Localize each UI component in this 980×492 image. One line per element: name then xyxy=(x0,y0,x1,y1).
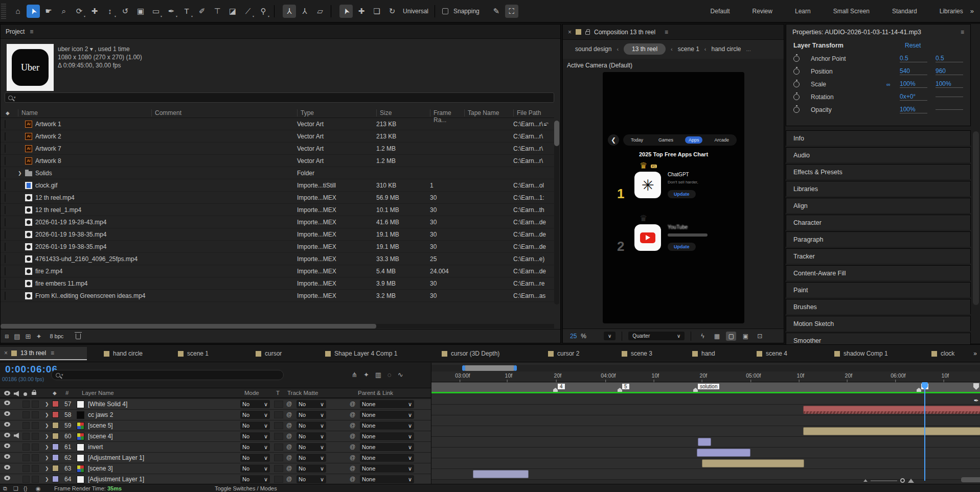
breadcrumb-current[interactable]: 13 th reel xyxy=(624,43,666,55)
workspace-tab[interactable]: Libraries xyxy=(940,8,963,15)
timeline-search-input[interactable]: ▾ xyxy=(51,370,284,380)
lock-cell[interactable] xyxy=(32,401,39,408)
parent-link-dropdown[interactable]: None∨ xyxy=(360,400,414,408)
timeline-tab[interactable]: × shadow Comp 1 ≡ xyxy=(830,347,892,360)
stopwatch-icon[interactable] xyxy=(793,81,800,87)
parent-pickwhip-icon[interactable]: @ xyxy=(350,465,355,471)
matte-pickwhip-icon[interactable]: @ xyxy=(286,422,292,428)
preserve-transparency-cell[interactable] xyxy=(274,454,283,461)
video-eye-icon[interactable] xyxy=(4,454,10,459)
layer-name[interactable]: [Adjustment Layer 1] xyxy=(88,476,144,483)
preserve-transparency-cell[interactable] xyxy=(274,411,283,418)
stopwatch-icon[interactable] xyxy=(793,56,800,62)
video-eye-icon[interactable] xyxy=(4,433,10,437)
preserve-transparency-cell[interactable] xyxy=(274,433,283,440)
layer-label-swatch[interactable] xyxy=(52,401,59,407)
project-row[interactable]: ❯ 12 th reel_1.mp4 Importe...MEX 10.1 MB… xyxy=(1,204,554,216)
label-color-swatch[interactable] xyxy=(5,230,6,239)
collapsed-panel-tab[interactable]: Motion Sketch xyxy=(786,316,971,331)
label-color-swatch[interactable] xyxy=(5,157,6,165)
column-t[interactable]: T xyxy=(276,390,280,396)
panel-menu-icon[interactable]: ≡ xyxy=(961,29,964,36)
lock-cell[interactable] xyxy=(32,476,39,483)
properties-scrollbar[interactable] xyxy=(973,131,979,305)
scrollbar-thumb[interactable] xyxy=(554,121,559,146)
parent-link-dropdown[interactable]: None∨ xyxy=(360,475,414,483)
tool-button[interactable]: ▭ ▾ xyxy=(149,5,163,18)
label-color-swatch[interactable] xyxy=(5,132,6,140)
tool-button[interactable]: ⚲ ▾ xyxy=(257,5,270,18)
layer-duration-bar[interactable] xyxy=(697,449,750,457)
tool-button[interactable]: ⌂ xyxy=(11,5,25,18)
tool-button[interactable]: ⊤ xyxy=(211,5,224,18)
panel-menu-icon[interactable]: ≡ xyxy=(665,29,668,36)
property-value[interactable]: 100% xyxy=(900,106,927,113)
column-number[interactable]: # xyxy=(65,390,69,396)
layer-name[interactable]: cc jaws 2 xyxy=(88,411,113,418)
matte-pickwhip-icon[interactable]: @ xyxy=(286,476,292,482)
stopwatch-icon[interactable] xyxy=(793,107,800,113)
track-matte-dropdown[interactable]: No∨ xyxy=(297,475,326,483)
timeline-tab[interactable]: × cursor (3D Depth) ≡ xyxy=(438,347,504,360)
time-ruler[interactable]: 03:00f10f20f04:00f10f20f05:00f10f20f06:0… xyxy=(431,371,980,382)
column-tapename[interactable]: Tape Name xyxy=(464,109,513,116)
column-comment[interactable]: Comment xyxy=(151,109,297,116)
video-eye-icon[interactable] xyxy=(4,465,10,470)
label-color-swatch[interactable] xyxy=(5,267,6,275)
timeline-tab[interactable]: × hand ≡ xyxy=(688,347,719,360)
parent-pickwhip-icon[interactable]: @ xyxy=(350,401,355,407)
tool-button[interactable]: ✚ xyxy=(88,5,101,18)
work-area-track[interactable] xyxy=(431,365,980,371)
matte-pickwhip-icon[interactable]: @ xyxy=(286,465,292,471)
collapsed-panel-tab[interactable]: Align xyxy=(786,198,971,213)
track-matte-dropdown[interactable]: No∨ xyxy=(297,411,326,419)
lock-cell[interactable] xyxy=(32,411,39,418)
project-horizontal-scrollbar[interactable] xyxy=(1,324,554,329)
timeline-tab[interactable]: × 13 th reel ≡ xyxy=(0,347,87,360)
zoom-slider-knob[interactable] xyxy=(900,478,905,483)
tool-button[interactable]: ✐ xyxy=(195,5,209,18)
property-value[interactable]: 0x+0° xyxy=(900,93,927,101)
project-row[interactable]: ❯ Solids Folder xyxy=(1,167,554,179)
column-layer-name[interactable]: Layer Name xyxy=(82,390,114,396)
collapsed-panel-tab[interactable]: Brushes xyxy=(786,299,971,314)
fast-previews-icon[interactable]: ϟ xyxy=(697,332,708,341)
tool-button[interactable]: ☛ xyxy=(42,5,55,18)
preserve-transparency-cell[interactable] xyxy=(274,401,283,408)
viewer-stage[interactable]: Active Camera (Default) ❮ TodayGamesApps… xyxy=(563,59,784,329)
label-color-swatch[interactable] xyxy=(5,181,6,190)
layer-name[interactable]: [scene 3] xyxy=(88,465,113,472)
column-filepath[interactable]: File Path xyxy=(513,109,554,116)
lock-cell[interactable] xyxy=(32,433,39,440)
region-of-interest-icon[interactable]: ▢ xyxy=(726,332,736,341)
label-color-swatch[interactable] xyxy=(5,292,6,300)
transparency-grid-icon[interactable]: ▦ xyxy=(712,332,722,341)
property-value[interactable] xyxy=(936,97,963,97)
marker-bar[interactable]: 4 5 solution 5 xyxy=(431,382,980,392)
matte-pickwhip-icon[interactable]: @ xyxy=(286,411,292,417)
camera-settings-icon[interactable]: ⊡ xyxy=(755,332,765,341)
project-row[interactable]: ❯ Ai Artwork 2 Vector Art 213 KB C:\Earn… xyxy=(1,130,554,143)
gizmo-mode-button[interactable]: ▱ xyxy=(313,5,327,18)
workspace-tab[interactable]: Standard xyxy=(892,8,917,15)
layer-row[interactable]: ❯ 61 invert No∨ @ No∨ @ None∨ xyxy=(0,442,431,453)
parent-pickwhip-icon[interactable]: @ xyxy=(350,476,355,482)
blend-mode-dropdown[interactable]: No∨ xyxy=(240,475,270,483)
property-value[interactable] xyxy=(936,109,963,110)
tool-button[interactable]: ➤ xyxy=(27,5,40,18)
parent-pickwhip-icon[interactable]: @ xyxy=(350,411,355,417)
workspace-tab[interactable]: Learn xyxy=(795,8,811,15)
track-matte-dropdown[interactable]: No∨ xyxy=(297,464,326,473)
collapsed-panel-tab[interactable]: Info xyxy=(786,130,971,146)
column-parent-link[interactable]: Parent & Link xyxy=(358,390,393,396)
project-row[interactable]: ❯ 4761433-uhd_2160_4096_25fps.mp4 Import… xyxy=(1,253,554,265)
project-search-input[interactable]: ▾ xyxy=(5,92,554,103)
gizmo-tool-button[interactable]: ❏ xyxy=(370,5,383,18)
parent-link-dropdown[interactable]: None∨ xyxy=(360,464,414,473)
comp-flowchart-icon[interactable]: ✒ xyxy=(973,397,978,404)
parent-pickwhip-icon[interactable]: @ xyxy=(350,454,355,460)
blend-mode-dropdown[interactable]: No∨ xyxy=(240,421,270,430)
track-matte-dropdown[interactable]: No∨ xyxy=(297,443,326,451)
lock-cell[interactable] xyxy=(32,443,39,451)
blend-mode-dropdown[interactable]: No∨ xyxy=(240,454,270,462)
